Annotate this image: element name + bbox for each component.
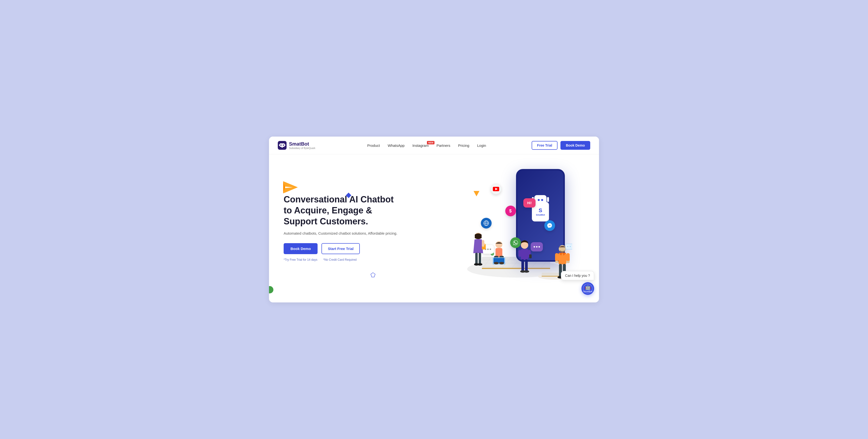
svg-point-61: [555, 261, 558, 263]
svg-point-70: [570, 246, 571, 247]
hi-chat-icon: Hi!: [523, 198, 535, 208]
paper-plane-icon: [283, 181, 298, 193]
messenger-icon: [544, 220, 555, 231]
svg-rect-53: [475, 253, 478, 264]
start-trial-button[interactable]: Start Free Trial: [321, 243, 360, 254]
gem-deco: [370, 272, 376, 277]
logo-text: SmatBot Subsidiary of ByteQuark: [289, 141, 315, 149]
svg-point-49: [524, 270, 529, 273]
navbar: SmatBot Subsidiary of ByteQuark Product …: [269, 137, 599, 155]
svg-point-39: [494, 262, 499, 264]
hero-title: Conversational AI Chatbot to Acquire, En…: [284, 194, 401, 227]
robot-eye-left: [538, 199, 540, 201]
robot-eye-right: [541, 199, 543, 201]
svg-rect-45: [519, 250, 521, 257]
svg-point-56: [477, 263, 482, 266]
card-note: *No Credit Card Required: [323, 258, 356, 262]
svg-point-3: [283, 145, 284, 146]
svg-point-2: [280, 145, 282, 146]
dollar-icon: $: [505, 206, 516, 216]
book-demo-nav-button[interactable]: Book Demo: [560, 141, 590, 150]
svg-marker-9: [371, 273, 375, 277]
svg-marker-7: [283, 181, 298, 193]
hero-notes: *Try Free Trial for 14 days *No Credit C…: [284, 258, 410, 262]
svg-rect-47: [525, 259, 528, 271]
nav-partners[interactable]: Partners: [436, 143, 451, 147]
chatbot-label: SmatBot: [583, 290, 592, 293]
logo-area: SmatBot Subsidiary of ByteQuark: [278, 141, 322, 150]
instagram-badge: New: [427, 141, 434, 144]
free-trial-button[interactable]: Free Trial: [532, 141, 558, 150]
trial-note: *Try Free Trial for 14 days: [284, 258, 317, 262]
chatbot-button-inner: 🤖 SmatBot: [583, 284, 593, 294]
nav-login[interactable]: Login: [477, 143, 486, 147]
robot-head: [534, 195, 547, 205]
nav-product[interactable]: Product: [367, 143, 380, 147]
chatbot-button[interactable]: 🤖 SmatBot: [582, 282, 594, 295]
svg-rect-60: [566, 253, 570, 262]
svg-rect-44: [529, 255, 532, 258]
svg-text:$: $: [509, 208, 512, 213]
svg-rect-5: [279, 144, 280, 146]
green-dot-corner: [269, 286, 273, 294]
svg-rect-52: [482, 240, 484, 247]
svg-point-62: [566, 261, 570, 263]
book-demo-hero-button[interactable]: Book Demo: [284, 243, 317, 254]
chatbot-widget: Can I help you ? 🤖 SmatBot: [561, 271, 594, 295]
nav-pricing[interactable]: Pricing: [458, 143, 469, 147]
svg-rect-6: [285, 144, 285, 146]
logo-icon: [278, 141, 286, 150]
chatbot-bubble: Can I help you ?: [561, 271, 594, 280]
hero-subtitle: Automated chatbots, Customized chatbot s…: [284, 231, 410, 235]
hero-illustration: S SmatBot: [410, 164, 584, 291]
nav-instagram[interactable]: Instagram New: [412, 143, 429, 147]
nav-whatsapp[interactable]: WhatsApp: [388, 143, 404, 147]
globe-icon: [481, 218, 492, 229]
svg-rect-4: [281, 147, 283, 147]
robot-logo: S: [539, 207, 542, 214]
nav-links: Product WhatsApp Instagram New Partners …: [322, 143, 532, 147]
nav-actions: Free Trial Book Demo: [532, 141, 590, 150]
svg-point-69: [567, 246, 568, 247]
logo-subtitle: Subsidiary of ByteQuark: [289, 147, 315, 149]
svg-rect-67: [565, 244, 572, 249]
svg-rect-42: [521, 249, 528, 260]
svg-point-40: [499, 262, 504, 264]
svg-rect-59: [555, 253, 558, 262]
person-standing-1: [516, 240, 533, 276]
hero-content: Conversational AI Chatbot to Acquire, En…: [284, 194, 410, 262]
youtube-icon: [491, 184, 501, 194]
hero-buttons: Book Demo Start Free Trial: [284, 243, 410, 254]
person-seated: [489, 240, 509, 269]
chatbot-robot-icon: 🤖: [585, 284, 591, 290]
robot-ear-right: [547, 197, 549, 202]
svg-rect-46: [521, 259, 524, 271]
hero-section: Conversational AI Chatbot to Acquire, En…: [269, 155, 599, 301]
person-standing-female: [470, 231, 487, 270]
svg-rect-58: [558, 253, 566, 264]
logo-name: SmatBot: [289, 141, 315, 147]
svg-rect-54: [479, 253, 481, 264]
